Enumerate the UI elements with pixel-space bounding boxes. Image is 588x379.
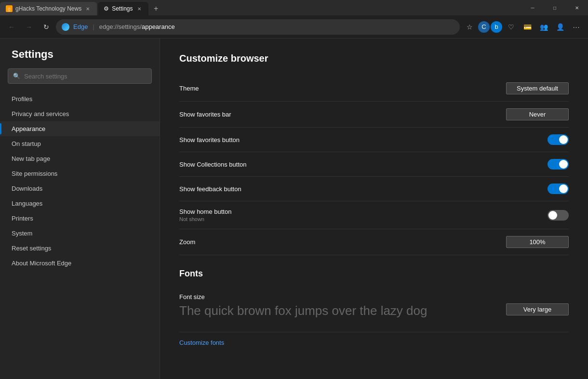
collections-icon-button[interactable]: C [478,21,490,33]
address-bar[interactable]: Edge | edge://settings/appearance [56,19,460,35]
favorites-star-button[interactable]: ☆ [462,19,477,35]
zoom-dropdown[interactable]: 100% [506,236,569,248]
sidebar-label-on-startup: On startup [12,140,41,147]
tab-ghacks[interactable]: g gHacks Technology News ✕ [0,2,97,15]
forward-button[interactable]: → [21,19,37,35]
sidebar-title: Settings [0,48,160,68]
share-button[interactable]: 👥 [536,19,551,35]
minimize-button[interactable]: ─ [521,0,544,15]
refresh-button[interactable]: ↻ [39,19,54,35]
setting-label-theme: Theme [179,85,199,92]
favorites-bar-dropdown[interactable]: Never [506,108,569,120]
zoom-control: 100% [506,236,569,248]
sidebar-item-languages[interactable]: Languages [0,196,160,211]
add-to-favorites-button[interactable]: ♡ [503,19,519,35]
setting-label-favorites-button: Show favorites button [179,136,240,144]
share-icon: 👥 [540,23,548,31]
wallet-button[interactable]: 💳 [520,19,535,35]
sidebar-label-site-permissions: Site permissions [12,170,57,177]
feedback-toggle[interactable] [548,183,569,194]
setting-label-home-button: Show home button Not shown [179,208,231,222]
sidebar-label-printers: Printers [12,215,33,222]
setting-row-collections-button: Show Collections button [179,152,569,177]
sidebar-item-profiles[interactable]: Profiles [0,91,160,106]
tab-close-ghacks[interactable]: ✕ [84,5,91,12]
home-toggle[interactable] [548,210,569,221]
address-separator: | [93,23,94,30]
sidebar-item-printers[interactable]: Printers [0,211,160,226]
toggle-slider [548,159,569,170]
close-button[interactable]: ✕ [566,0,588,15]
favorites-button-toggle[interactable] [548,134,569,145]
favorites-toggle[interactable] [548,134,569,145]
refresh-icon: ↻ [43,23,49,31]
sidebar-item-about[interactable]: About Microsoft Edge [0,256,160,271]
main-layout: Settings 🔍 Profiles Privacy and services… [0,39,588,379]
toggle-slider [548,210,569,221]
theme-control: System default [506,82,569,94]
fonts-section-title: Fonts [179,269,569,279]
tab-settings[interactable]: ⚙ Settings ✕ [98,2,148,15]
collections-button-toggle[interactable] [548,159,569,170]
bing-nav-icon: b [494,23,498,30]
address-text: edge://settings/appearance [99,23,175,30]
back-button[interactable]: ← [4,19,19,35]
setting-row-home-button: Show home button Not shown [179,201,569,229]
forward-icon: → [26,23,32,31]
search-box[interactable]: 🔍 [8,68,152,84]
setting-label-collections-button: Show Collections button [179,161,246,168]
font-size-label: Font size [179,293,427,301]
content-area: Customize browser Theme System default S… [160,39,588,379]
sidebar-item-reset[interactable]: Reset settings [0,241,160,256]
feedback-button-toggle[interactable] [548,183,569,194]
toggle-slider [548,134,569,145]
maximize-button[interactable]: □ [544,0,566,15]
sidebar-item-downloads[interactable]: Downloads [0,181,160,196]
sidebar-label-privacy: Privacy and services [12,110,69,118]
sidebar-item-privacy[interactable]: Privacy and services [0,106,160,121]
font-size-dropdown[interactable]: Very large [506,303,569,315]
profile-button[interactable]: 👤 [552,19,568,35]
heart-icon: ♡ [508,23,514,31]
home-button-sublabel: Not shown [179,216,231,222]
profile-icon: 👤 [556,23,564,31]
sidebar: Settings 🔍 Profiles Privacy and services… [0,39,160,379]
bing-icon-button[interactable]: b [491,21,502,33]
titlebar: g gHacks Technology News ✕ ⚙ Settings ✕ … [0,0,588,15]
sidebar-item-appearance[interactable]: Appearance [0,121,160,136]
home-button-label: Show home button [179,208,231,215]
toggle-slider [548,183,569,194]
sidebar-label-profiles: Profiles [12,95,32,103]
collections-nav-icon: C [481,23,486,30]
home-button-toggle[interactable] [548,210,569,221]
setting-row-font-size: Font size The quick brown fox jumps over… [179,287,569,332]
toggle-knob [559,160,568,169]
sidebar-label-about: About Microsoft Edge [12,260,71,267]
new-tab-button[interactable]: + [149,2,163,15]
theme-dropdown[interactable]: System default [506,82,569,94]
nav-actions: ☆ C b ♡ 💳 👥 👤 ··· [462,19,584,35]
toggle-knob [559,184,568,193]
more-icon: ··· [573,23,580,31]
minimize-icon: ─ [531,5,534,11]
collections-toggle[interactable] [548,159,569,170]
setting-row-feedback-button: Show feedback button [179,177,569,201]
sidebar-label-system: System [12,230,32,237]
sidebar-item-on-startup[interactable]: On startup [0,136,160,151]
sidebar-item-site-permissions[interactable]: Site permissions [0,166,160,181]
window-controls: ─ □ ✕ [521,0,588,15]
search-input[interactable] [24,73,147,80]
address-highlight: appearance [142,23,175,30]
section-title: Customize browser [179,53,569,64]
sidebar-label-reset: Reset settings [12,245,51,252]
more-menu-button[interactable]: ··· [569,19,584,35]
tab-favicon: g [6,5,13,12]
sidebar-label-new-tab: New tab page [12,155,50,162]
navbar: ← → ↻ Edge | edge://settings/appearance … [0,15,588,39]
sidebar-label-appearance: Appearance [12,125,45,132]
setting-label-favorites-bar: Show favorites bar [179,111,231,118]
tab-label: gHacks Technology News [15,5,81,12]
tab-close-settings[interactable]: ✕ [136,5,143,12]
sidebar-item-system[interactable]: System [0,226,160,241]
sidebar-item-new-tab[interactable]: New tab page [0,151,160,166]
